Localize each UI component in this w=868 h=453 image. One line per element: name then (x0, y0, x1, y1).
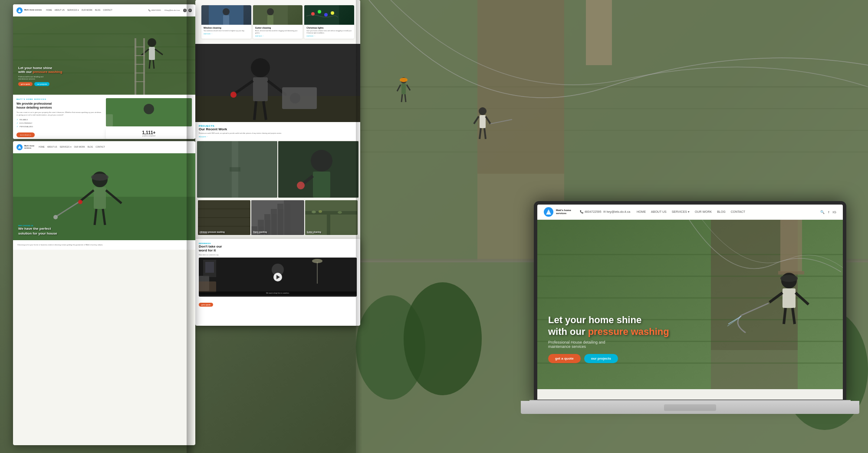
svg-rect-78 (195, 96, 360, 122)
svg-rect-68 (223, 15, 229, 25)
window-card-img (201, 5, 251, 25)
svg-point-150 (780, 275, 798, 282)
svg-point-70 (267, 8, 274, 15)
svg-point-115 (312, 211, 316, 213)
laptop-hero: Let your home shine with our pressure wa… (537, 220, 843, 389)
logo-text-2: Matt's home services (24, 145, 34, 149)
why-body: Choosing us for your home or business ex… (13, 240, 195, 250)
screenshot-top-left: Matt's home services HOME ABOUT US SERVI… (13, 4, 195, 139)
checklist: ✓RELIABLE ✓ECO-FRIENDLY ✓PERSONALIZED (16, 118, 102, 128)
svg-point-50 (144, 104, 154, 114)
middle-collage: Window cleaning Your windows should neve… (191, 0, 360, 443)
site-hero: Let your home shine with our pressure wa… (13, 17, 195, 95)
site-nav-top: Matt's home services HOME ABOUT US SERVI… (13, 4, 195, 17)
testimonials-subtitle: Hear what our customers say (199, 254, 357, 256)
laptop-hero-buttons[interactable]: get a quote our projects (548, 354, 669, 363)
video-preview[interactable]: We want to keep him to ourselves. (199, 258, 357, 297)
svg-rect-131 (711, 350, 798, 389)
svg-point-36 (148, 38, 156, 47)
why-choose-photo: WHY CHOOSE US We have the perfectsolutio… (13, 153, 195, 240)
laptop-nav: Matt's home services 📞 4604722595 ✉ hey@… (537, 205, 843, 220)
svg-point-75 (324, 13, 328, 17)
show-details-gutter[interactable]: show details → (307, 232, 316, 234)
our-projects-btn[interactable]: our projects (34, 82, 49, 86)
svg-point-64 (78, 200, 82, 204)
hero-content: Let your home shine with our pressure wa… (18, 66, 62, 86)
laptop-get-quote-btn[interactable]: get a quote (548, 354, 581, 363)
projects-section: PROJECTS Our Recent Work Pictures are wo… (195, 122, 360, 140)
svg-rect-51 (106, 114, 113, 126)
svg-point-76 (331, 11, 334, 15)
about-body: You can count on us to give your propert… (16, 111, 102, 116)
laptop-nav-right: 🔍 f IG (820, 210, 836, 214)
svg-rect-128 (547, 213, 550, 215)
laptop-screen-inner: Matt's home services 📞 4604722595 ✉ hey@… (537, 205, 843, 400)
more-about-btn[interactable]: more about us (16, 132, 35, 137)
laptop-logo-text: Matt's home services (556, 209, 571, 215)
svg-point-92 (311, 150, 332, 172)
window-img-svg (209, 5, 243, 25)
gutter-img-svg (253, 5, 288, 25)
about-left: MATT'S HOME SERVICES We provide professi… (16, 98, 102, 139)
laptop-hero-title-line2: with our pressure washing (548, 326, 669, 337)
laptop-hero-title-line1: Let your home shine (548, 314, 669, 326)
site-nav-bottom: Matt's home services HOME ABOUT US SERVI… (13, 141, 195, 153)
laptop-screen-outer: Matt's home services 📞 4604722595 ✉ hey@… (534, 201, 846, 403)
screenshot-middle-bottom: REFERENCES Don't take ourword for it Hea… (195, 239, 360, 326)
services-cards-top: Window cleaning Your windows should neve… (195, 0, 360, 44)
project-photo-1 (197, 141, 277, 198)
large-pressure-photo (195, 44, 360, 122)
svg-point-63 (53, 215, 58, 219)
svg-point-87 (230, 92, 237, 98)
laptop-hero-bg-svg (537, 220, 843, 389)
svg-point-65 (91, 174, 108, 181)
nav-links: HOME ABOUT US SERVICES ▾ OUR WORK BLOG C… (46, 9, 112, 11)
svg-point-116 (319, 210, 322, 213)
svg-rect-121 (199, 281, 216, 292)
svg-point-74 (318, 10, 321, 13)
why-title: We have the perfectsolution for your hou… (18, 227, 57, 236)
laptop-nav-phone: 📞 4604722595 ✉ hey@lets-do-it.ca (580, 210, 630, 214)
left-collage: Matt's home services HOME ABOUT US SERVI… (4, 4, 195, 447)
check-eco: ✓ECO-FRIENDLY (16, 122, 102, 124)
get-quote-btn[interactable]: get a quote (18, 82, 33, 86)
svg-rect-93 (313, 172, 330, 198)
chimney-svg (198, 200, 250, 235)
gutter-col-svg (305, 200, 358, 235)
hero-buttons[interactable]: get a quote our projects (18, 82, 62, 86)
logo-text: Matt's home services (24, 9, 42, 11)
show-details-chimney[interactable]: show details → (200, 232, 208, 234)
laptop-logo: Matt's home services (544, 207, 571, 217)
show-details-stairs[interactable]: show details → (253, 232, 262, 234)
svg-line-40 (149, 60, 150, 69)
all-projects-link[interactable]: all projects → (199, 136, 357, 138)
facebook-icon: f (183, 9, 187, 12)
laptop-our-projects-btn[interactable]: our projects (584, 354, 618, 363)
about-worker-svg (106, 98, 192, 126)
project-photo-2 (278, 141, 358, 198)
svg-rect-72 (304, 5, 339, 25)
about-image (106, 98, 192, 126)
nav-links-2: HOME ABOUT US SERVICES ▾ OUR WORK BLOG C… (39, 146, 105, 148)
svg-rect-112 (305, 200, 357, 235)
testimonials-quote-btn[interactable]: get a quote (199, 303, 213, 307)
play-triangle-icon (276, 275, 280, 279)
video-caption: We want to keep him to ourselves. (199, 291, 357, 295)
hero-subtitle: Professional house detailing and mainten… (18, 76, 62, 80)
site-logo-2: Matt's home services (16, 144, 34, 150)
svg-rect-138 (780, 220, 802, 272)
site-logo: Matt's home services (16, 7, 42, 13)
svg-rect-71 (267, 15, 273, 25)
hero-title-line2: with our pressure washing (18, 70, 62, 74)
cards-row: Window cleaning Your windows should neve… (198, 3, 358, 41)
pressure-svg (195, 44, 360, 122)
christmas-lights-card: Christmas lights Give your home a festiv… (304, 5, 354, 39)
christmas-img-svg (304, 5, 339, 25)
play-button[interactable] (273, 273, 282, 281)
testimonials-title: Don't take ourword for it (199, 245, 357, 252)
stats-box: 1,111+ projects completed (106, 128, 192, 139)
svg-point-79 (251, 58, 270, 77)
three-col-photos: chimney pressure washing show details → (195, 198, 360, 237)
testimonials-footer: get a quote (199, 299, 357, 307)
laptop-logo-icon (544, 207, 553, 217)
